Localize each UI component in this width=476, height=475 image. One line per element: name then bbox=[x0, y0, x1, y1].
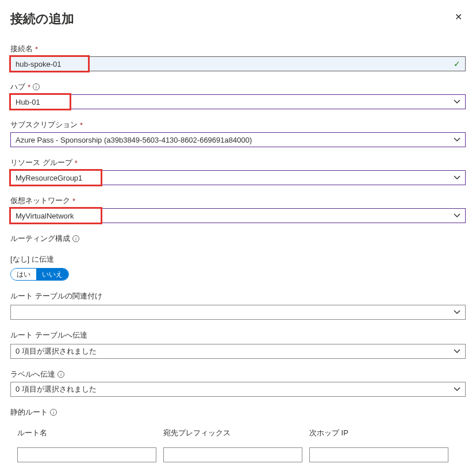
conn-name-input[interactable]: hub-spoke-01 ✓ bbox=[10, 56, 466, 71]
vnet-label-text: 仮想ネットワーク bbox=[10, 196, 70, 206]
subscription-label-text: サブスクリプション bbox=[10, 120, 78, 130]
static-routes-label: 静的ルート i bbox=[10, 407, 466, 417]
chevron-down-icon bbox=[454, 136, 460, 143]
info-icon[interactable]: i bbox=[72, 235, 79, 242]
dest-prefix-input[interactable] bbox=[163, 447, 302, 462]
check-icon: ✓ bbox=[454, 59, 460, 68]
toggle-yes[interactable]: はい bbox=[11, 269, 36, 280]
conn-name-label-text: 接続名 bbox=[10, 44, 33, 54]
col-route-name: ルート名 bbox=[17, 428, 156, 438]
col-dest-prefix: 宛先プレフィックス bbox=[163, 428, 302, 438]
label-prop-text: ラベルへ伝達 bbox=[10, 369, 55, 380]
hub-value: Hub-01 bbox=[16, 98, 454, 106]
chevron-down-icon bbox=[454, 212, 460, 219]
chevron-down-icon bbox=[454, 386, 460, 393]
page-title: 接続の追加 bbox=[10, 10, 74, 28]
label-prop-value: 0 項目が選択されました bbox=[16, 384, 454, 394]
propagate-none-label: [なし] に伝達 bbox=[10, 254, 466, 265]
hub-select[interactable]: Hub-01 bbox=[10, 94, 466, 109]
info-icon[interactable]: i bbox=[50, 409, 57, 416]
chevron-down-icon bbox=[454, 98, 460, 105]
routing-section-label: ルーティング構成 i bbox=[10, 233, 466, 244]
resource-group-label: リソース グループ * bbox=[10, 158, 466, 168]
propagate-none-toggle[interactable]: はい いいえ bbox=[10, 268, 69, 281]
resource-group-select[interactable]: MyResourceGroup1 bbox=[10, 170, 466, 185]
vnet-select[interactable]: MyVirtualNetwork bbox=[10, 208, 466, 223]
resource-group-label-text: リソース グループ bbox=[10, 158, 72, 168]
vnet-value: MyVirtualNetwork bbox=[16, 212, 454, 220]
route-table-assoc-label: ルート テーブルの関連付け bbox=[10, 291, 466, 301]
next-hop-input[interactable] bbox=[309, 447, 448, 462]
col-next-hop: 次ホップ IP bbox=[309, 428, 448, 438]
route-table-prop-value: 0 項目が選択されました bbox=[16, 346, 454, 357]
info-icon[interactable]: i bbox=[57, 371, 64, 378]
resource-group-value: MyResourceGroup1 bbox=[16, 174, 454, 182]
conn-name-value: hub-spoke-01 bbox=[16, 60, 460, 68]
route-name-input[interactable] bbox=[17, 447, 156, 462]
label-prop-select[interactable]: 0 項目が選択されました bbox=[10, 382, 466, 397]
required-marker: * bbox=[35, 45, 38, 53]
required-marker: * bbox=[72, 197, 75, 205]
route-table-prop-select[interactable]: 0 項目が選択されました bbox=[10, 344, 466, 359]
vnet-label: 仮想ネットワーク * bbox=[10, 196, 466, 206]
subscription-select[interactable]: Azure Pass - Sponsorship (a39b3849-5603-… bbox=[10, 132, 466, 147]
chevron-down-icon bbox=[454, 309, 460, 316]
hub-label: ハブ * i bbox=[10, 82, 466, 92]
required-marker: * bbox=[80, 121, 83, 129]
route-table-assoc-select[interactable] bbox=[10, 305, 466, 320]
required-marker: * bbox=[28, 83, 30, 91]
routing-section-text: ルーティング構成 bbox=[10, 233, 70, 244]
toggle-no[interactable]: いいえ bbox=[36, 269, 68, 280]
info-icon[interactable]: i bbox=[33, 83, 40, 90]
hub-label-text: ハブ bbox=[10, 82, 25, 92]
conn-name-label: 接続名 * bbox=[10, 44, 466, 54]
required-marker: * bbox=[75, 159, 78, 167]
subscription-label: サブスクリプション * bbox=[10, 120, 466, 130]
subscription-value: Azure Pass - Sponsorship (a39b3849-5603-… bbox=[16, 136, 454, 144]
chevron-down-icon bbox=[454, 174, 460, 181]
label-prop-label: ラベルへ伝達 i bbox=[10, 369, 466, 380]
chevron-down-icon bbox=[454, 348, 460, 355]
route-table-prop-label: ルート テーブルへ伝達 bbox=[10, 330, 466, 340]
close-icon[interactable]: ✕ bbox=[451, 10, 466, 24]
static-routes-text: 静的ルート bbox=[10, 407, 48, 417]
